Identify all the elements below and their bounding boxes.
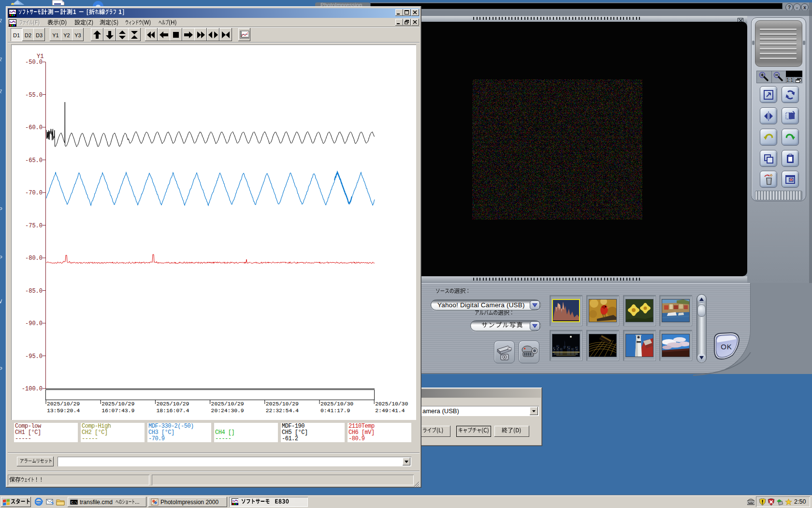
svg-text:2025/10/29: 2025/10/29 — [102, 401, 134, 407]
svg-text:2025/10/30: 2025/10/30 — [320, 401, 353, 407]
svg-text:-60.0: -60.0 — [25, 124, 43, 131]
svg-text:-55.0: -55.0 — [25, 92, 43, 99]
svg-text:20:24:30.9: 20:24:30.9 — [211, 407, 244, 414]
svg-text:-90.0: -90.0 — [25, 320, 43, 327]
svg-text:2025/10/29: 2025/10/29 — [211, 401, 244, 407]
svg-text:0:41:17.9: 0:41:17.9 — [320, 407, 350, 414]
svg-text:-100.0: -100.0 — [22, 386, 43, 392]
svg-text:-75.0: -75.0 — [25, 223, 43, 229]
svg-text:OK: OK — [721, 343, 732, 351]
svg-text:2025/10/29: 2025/10/29 — [156, 401, 189, 407]
svg-text:-80.0: -80.0 — [25, 255, 43, 262]
svg-text:C:\: C:\ — [71, 501, 77, 505]
svg-text:18:16:07.4: 18:16:07.4 — [156, 407, 189, 414]
svg-text:-95.0: -95.0 — [25, 353, 43, 360]
svg-text:2025/10/30: 2025/10/30 — [375, 401, 408, 407]
svg-text:16:07:43.9: 16:07:43.9 — [102, 407, 134, 414]
svg-text:-70.0: -70.0 — [25, 190, 43, 196]
svg-text:-85.0: -85.0 — [25, 288, 43, 295]
svg-text:13:59:20.4: 13:59:20.4 — [47, 407, 80, 414]
svg-text:-50.0: -50.0 — [25, 59, 43, 66]
svg-text:2025/10/29: 2025/10/29 — [47, 401, 80, 407]
svg-text:2025/10/29: 2025/10/29 — [266, 401, 299, 407]
svg-text:22:32:54.4: 22:32:54.4 — [266, 407, 299, 414]
svg-text:2:49:41.4: 2:49:41.4 — [375, 407, 405, 414]
svg-text:-65.0: -65.0 — [25, 157, 43, 164]
